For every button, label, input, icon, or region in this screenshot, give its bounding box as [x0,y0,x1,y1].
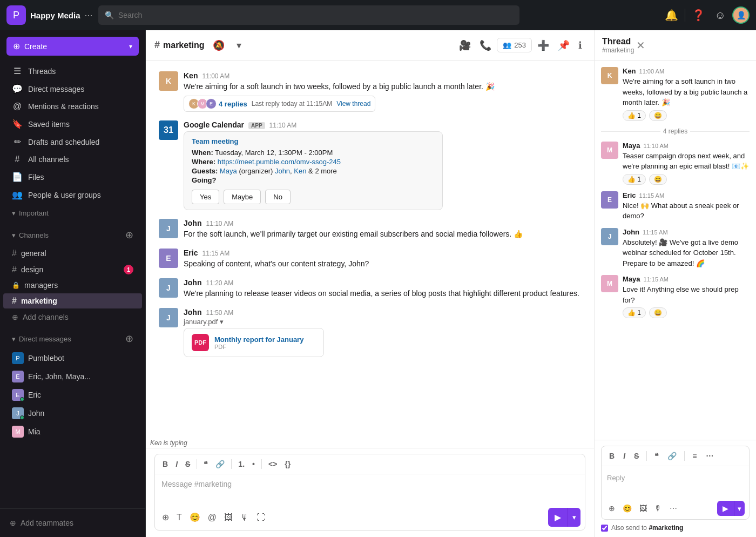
info-button[interactable]: ℹ [575,36,585,55]
reaction-smile[interactable]: 😄 [649,307,667,318]
reaction-thumbsup[interactable]: 👍 1 [623,174,646,185]
reaction-thumbsup[interactable]: 👍 1 [623,110,646,121]
sidebar-channel-managers[interactable]: 🔒 managers [3,278,142,292]
reaction-thumbsup[interactable]: 👍 1 [623,307,646,318]
add-teammates-button[interactable]: ⊕ Add teammates [6,515,139,531]
thread-more-options-button[interactable]: ⋯ [667,501,680,515]
unordered-list-button[interactable]: • [249,458,258,471]
ordered-list-button[interactable]: 1. [235,458,248,471]
italic-button[interactable]: I [172,458,181,471]
guest-john-link[interactable]: John [275,167,290,175]
message-text: Speaking of content, what's our content … [184,258,581,270]
send-button[interactable]: ▶ [548,508,568,527]
guest-ken-link[interactable]: Ken [294,167,306,175]
thread-add-button[interactable]: ⊕ [606,501,618,515]
expand-button[interactable]: ⛶ [254,509,268,525]
section-channels[interactable]: ▾ Channels ⊕ [3,226,142,244]
add-channels-button[interactable]: ⊕ Add channels [3,310,142,325]
link-button[interactable]: 🔗 [212,458,228,471]
code-block-button[interactable]: {} [281,458,294,471]
view-thread-link[interactable]: View thread [336,100,370,108]
sidebar-channel-marketing[interactable]: # marketing [3,293,142,308]
thread-more-button[interactable]: ⋯ [703,449,717,462]
quote-button[interactable]: ❝ [200,458,211,471]
message-input[interactable] [155,474,585,502]
notifications-icon[interactable]: 🔔 [662,5,681,25]
sidebar-item-files[interactable]: 📄 Files [3,169,142,185]
sidebar-item-mentions[interactable]: @ Mentions & reactions [3,98,142,115]
sidebar-item-drafts[interactable]: ✏ Drafts and scheduled [3,133,142,150]
member-count-button[interactable]: 👥 253 [497,38,532,52]
rsvp-yes-button[interactable]: Yes [192,190,219,204]
send-dropdown-button[interactable]: ▾ [568,508,580,527]
thread-reply-input[interactable]: Reply [602,469,749,493]
video-call-button[interactable]: 🎥 [456,36,474,55]
sidebar-item-direct-messages[interactable]: 💬 Direct messages [3,80,142,97]
thread-list-button[interactable]: ≡ [689,449,700,462]
dm-mia[interactable]: M Mia [3,423,142,440]
mute-button[interactable]: 🔕 [210,36,228,55]
audio-call-button[interactable]: 📞 [476,36,495,55]
dm-eric[interactable]: E Eric [3,386,142,404]
emoji-button[interactable]: 😊 [187,509,203,525]
add-member-button[interactable]: ➕ [534,36,552,55]
thread-bold-button[interactable]: B [606,449,618,462]
thread-italic-button[interactable]: I [620,449,629,462]
user-avatar[interactable]: 👤 [732,6,750,24]
thread-emoji-button[interactable]: 😊 [620,501,634,515]
file-attachment[interactable]: PDF Monthly report for January PDF [184,328,324,357]
thread-input-bottom: ⊕ 😊 🖼 🎙 ⋯ ▶ ▾ [602,498,749,519]
section-important[interactable]: ▾ Important [3,206,142,220]
workspace-menu-button[interactable]: ··· [85,10,93,21]
message-author: John [184,278,201,287]
input-area: B I S ❝ 🔗 1. • <> {} ⊕ T [146,448,594,537]
rsvp-maybe-button[interactable]: Maybe [224,190,261,204]
pin-button[interactable]: 📌 [555,36,573,55]
create-button[interactable]: ⊕ Create ▾ [6,37,139,56]
search-input[interactable] [118,11,513,19]
strikethrough-button[interactable]: S [182,458,193,471]
sidebar-item-all-channels[interactable]: # All channels [3,151,142,167]
sidebar-item-saved[interactable]: 🔖 Saved items [3,116,142,132]
replies-bar[interactable]: K M E 4 replies Last reply today at 11:1… [184,96,375,112]
thread-strike-button[interactable]: S [631,449,642,462]
thread-quote-button[interactable]: ❝ [651,449,662,462]
status-icon[interactable]: ☺ [712,6,729,25]
thread-send-dropdown-button[interactable]: ▾ [734,501,745,516]
reaction-smile[interactable]: 😄 [649,174,667,185]
pumble-logo[interactable]: P [6,5,26,25]
thread-audio-button[interactable]: 🎙 [652,501,665,515]
format-button[interactable]: T [174,509,185,525]
sidebar-channel-general[interactable]: # general [3,246,142,261]
reaction-smile[interactable]: 😄 [649,110,667,121]
rsvp-no-button[interactable]: No [265,190,291,204]
sidebar-item-people[interactable]: 👥 People & user groups [3,186,142,203]
guest-maya-link[interactable]: Maya [220,167,237,175]
thread-send-button[interactable]: ▶ [717,501,734,516]
dm-john[interactable]: J John [3,405,142,422]
help-icon[interactable]: ❓ [688,5,708,25]
meeting-link[interactable]: https://meet.pumble.com/omv-ssog-245 [218,158,341,166]
channel-dropdown-button[interactable]: ▾ [233,36,245,55]
thread-link-button[interactable]: 🔗 [664,449,680,462]
sidebar-item-threads[interactable]: ☰ Threads [3,63,142,79]
code-button[interactable]: <> [265,458,280,471]
add-dm-icon[interactable]: ⊕ [125,333,133,345]
thread-image-button[interactable]: 🖼 [637,501,650,515]
bold-button[interactable]: B [159,458,171,471]
add-channel-icon[interactable]: ⊕ [125,229,133,241]
search-bar[interactable]: 🔍 [98,5,519,25]
dm-pumblebot[interactable]: P Pumblebot [3,350,142,367]
close-thread-button[interactable]: ✕ [634,37,647,54]
add-attachment-button[interactable]: ⊕ [159,509,172,525]
also-send-checkbox[interactable] [601,525,608,532]
audio-button[interactable]: 🎙 [238,509,252,525]
hash-icon: # [12,296,17,306]
event-title-link[interactable]: Team meeting [192,137,238,145]
chevron-down-icon[interactable]: ▾ [220,318,224,326]
mention-button[interactable]: @ [205,509,219,525]
image-button[interactable]: 🖼 [221,509,235,525]
sidebar-channel-design[interactable]: # design ⋯ 1 [3,262,142,277]
dm-group[interactable]: E Eric, John, Maya... [3,368,142,385]
section-direct-messages[interactable]: ▾ Direct messages ⊕ [3,330,142,348]
